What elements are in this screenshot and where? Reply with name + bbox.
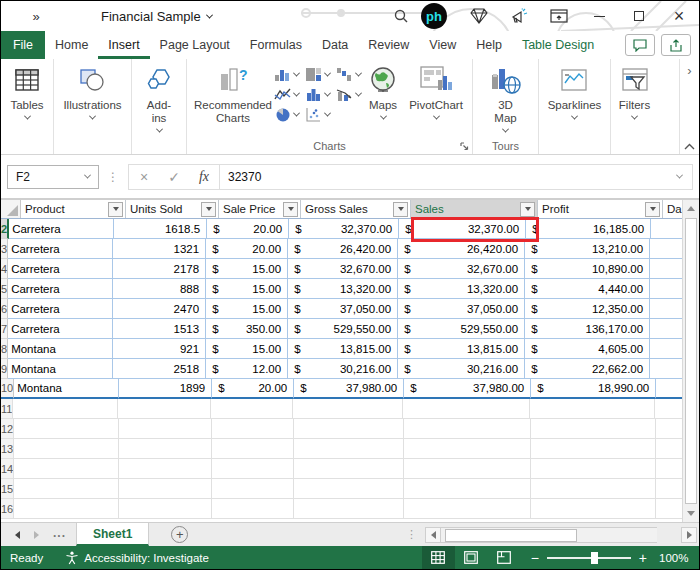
row-number[interactable]: 16 — [1, 499, 14, 519]
zoom-in-button[interactable]: + — [639, 551, 647, 565]
filter-dropdown-button[interactable] — [201, 202, 216, 217]
row-number[interactable]: 3 — [1, 239, 8, 259]
cell-profit[interactable]: $16,185.00 — [526, 219, 651, 239]
cell-sale-price[interactable]: $350.00 — [206, 319, 288, 339]
scroll-up-button[interactable] — [683, 200, 699, 217]
formula-input[interactable]: 32370 — [219, 164, 693, 190]
insert-scatter-chart-button[interactable] — [305, 107, 330, 122]
pivotchart-button[interactable]: PivotChart — [405, 61, 467, 123]
header-profit[interactable]: Profit — [538, 200, 663, 218]
cell-sales[interactable]: $529,550.00 — [398, 319, 525, 339]
page-layout-view-button[interactable] — [455, 546, 488, 569]
cell-product[interactable]: Carretera — [8, 319, 113, 339]
cell-profit[interactable] — [531, 439, 656, 459]
tab-home[interactable]: Home — [45, 31, 98, 59]
accessibility-status[interactable]: Accessibility: Investigate — [57, 551, 217, 565]
insert-line-chart-button[interactable] — [274, 87, 299, 102]
collapse-ribbon-button[interactable] — [684, 143, 695, 150]
cell-sale-price[interactable] — [212, 459, 294, 479]
cell-product[interactable]: Montana — [8, 339, 113, 359]
cell-sale-price[interactable] — [212, 499, 294, 519]
share-button[interactable] — [661, 34, 691, 56]
sparklines-button[interactable]: Sparklines — [546, 61, 604, 123]
scrollbar-separator[interactable]: ⋮ — [398, 528, 425, 541]
cell-product[interactable] — [14, 459, 119, 479]
cell-sale-price[interactable]: $15.00 — [206, 299, 288, 319]
header-sales-selected[interactable]: Sales — [411, 200, 538, 218]
filter-dropdown-button[interactable] — [520, 202, 535, 217]
search-icon[interactable] — [381, 2, 421, 30]
cell-sale-price[interactable]: $15.00 — [206, 339, 288, 359]
vertical-scrollbar[interactable] — [682, 200, 699, 522]
header-sale-price[interactable]: Sale Price — [219, 200, 301, 218]
horizontal-scrollbar-thumb[interactable] — [445, 529, 577, 542]
cell-sale-price[interactable]: $20.00 — [206, 239, 288, 259]
premium-diamond-icon[interactable] — [459, 2, 499, 30]
cell-units-sold[interactable]: 921 — [113, 339, 206, 359]
quick-access-overflow[interactable]: » — [1, 9, 71, 24]
cell-profit[interactable]: $136,170.00 — [525, 319, 650, 339]
cell-sale-price[interactable]: $20.00 — [212, 379, 294, 399]
cell-product[interactable]: Carretera — [8, 299, 113, 319]
cell-product[interactable] — [13, 399, 118, 419]
cell-product[interactable]: Carretera — [9, 219, 114, 239]
tab-formulas[interactable]: Formulas — [240, 31, 312, 59]
cell-profit[interactable] — [531, 459, 656, 479]
insert-waterfall-chart-button[interactable] — [336, 67, 361, 82]
cell-gross-sales[interactable] — [294, 479, 404, 499]
tab-file[interactable]: File — [1, 31, 45, 59]
cell-gross-sales[interactable]: $529,550.00 — [288, 319, 398, 339]
cell-profit[interactable] — [531, 419, 656, 439]
cell-sales[interactable]: $30,216.00 — [398, 359, 525, 379]
cell-units-sold[interactable] — [119, 459, 212, 479]
vertical-scrollbar-thumb[interactable] — [685, 218, 697, 504]
cell-profit[interactable] — [530, 399, 655, 419]
row-number[interactable]: 5 — [1, 279, 8, 299]
cell-units-sold[interactable] — [119, 479, 212, 499]
cell-sales[interactable] — [403, 399, 530, 419]
cell-units-sold[interactable] — [119, 419, 212, 439]
cell-gross-sales[interactable]: $26,420.00 — [288, 239, 398, 259]
cell-gross-sales[interactable] — [294, 419, 404, 439]
cell-gross-sales[interactable] — [293, 399, 403, 419]
cell-product[interactable] — [14, 439, 119, 459]
cell-sales[interactable] — [404, 479, 531, 499]
row-number[interactable]: 15 — [1, 479, 14, 499]
cell-sales[interactable]: $13,815.00 — [398, 339, 525, 359]
ribbon-overflow-arrow[interactable]: › — [687, 63, 691, 78]
scroll-left-button[interactable] — [425, 527, 441, 543]
cell-sale-price[interactable] — [212, 419, 294, 439]
cell-profit[interactable]: $4,440.00 — [525, 279, 650, 299]
enter-entry-button[interactable]: ✓ — [159, 169, 189, 185]
row-number[interactable]: 8 — [1, 339, 8, 359]
next-sheet-button[interactable] — [34, 531, 39, 539]
cell-gross-sales[interactable] — [294, 459, 404, 479]
row-number[interactable]: 12 — [1, 419, 14, 439]
scroll-right-button[interactable] — [681, 527, 697, 543]
minimize-button[interactable] — [579, 2, 619, 30]
row-number[interactable]: 14 — [1, 459, 14, 479]
header-product[interactable]: Product — [21, 200, 126, 218]
comments-button[interactable] — [625, 34, 655, 56]
cell-sale-price[interactable]: $20.00 — [207, 219, 289, 239]
header-gross-sales[interactable]: Gross Sales — [301, 200, 411, 218]
cell-gross-sales[interactable]: $32,370.00 — [289, 219, 399, 239]
whats-new-megaphone-icon[interactable] — [499, 2, 539, 30]
insert-combo-chart-button[interactable] — [336, 87, 361, 102]
cell-sales[interactable] — [404, 459, 531, 479]
row-number[interactable]: 7 — [1, 319, 8, 339]
select-all-corner[interactable] — [1, 200, 21, 218]
cell-product[interactable] — [14, 499, 119, 519]
row-number[interactable]: 10 — [1, 379, 14, 399]
cell-gross-sales[interactable]: $13,815.00 — [288, 339, 398, 359]
filters-button[interactable]: Filters — [617, 61, 652, 123]
cancel-entry-button[interactable]: × — [129, 169, 159, 185]
filter-dropdown-button[interactable] — [393, 202, 408, 217]
cell-units-sold[interactable] — [119, 499, 212, 519]
zoom-slider[interactable] — [547, 557, 631, 559]
cell-sale-price[interactable]: $15.00 — [206, 259, 288, 279]
zoom-out-button[interactable]: − — [531, 551, 539, 565]
name-box[interactable]: F2 — [7, 165, 99, 189]
cell-profit[interactable]: $18,990.00 — [531, 379, 656, 399]
ribbon-display-options-icon[interactable] — [539, 2, 579, 30]
